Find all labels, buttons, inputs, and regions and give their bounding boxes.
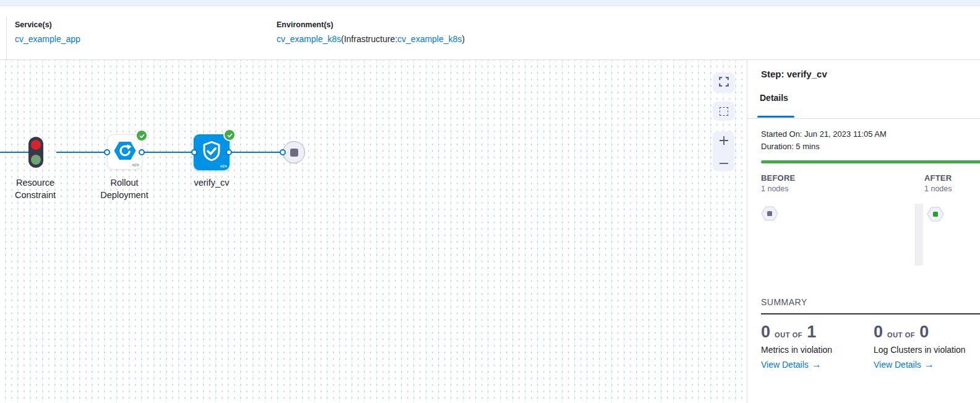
port <box>191 149 197 155</box>
traffic-light-green-icon <box>31 155 41 165</box>
after-label: AFTER <box>924 173 952 183</box>
infrastructure-link[interactable]: cv_example_k8s <box>397 34 462 44</box>
metrics-view-details-link[interactable]: View Details → <box>761 359 822 370</box>
arrow-right-icon: → <box>812 359 822 370</box>
resource-constraint-label: Resource Constraint <box>4 176 66 201</box>
before-label: BEFORE <box>761 173 795 183</box>
success-check-icon <box>135 129 148 142</box>
success-check-icon <box>223 129 236 141</box>
tab-details[interactable]: Details <box>760 93 788 103</box>
port <box>139 149 145 155</box>
edge-rollout-to-verify <box>142 152 194 153</box>
k8s-rollout-icon <box>113 141 137 163</box>
rollout-deployment-label: Rollout Deployment <box>93 176 155 201</box>
zoom-controls <box>713 131 734 171</box>
logs-view-details-link[interactable]: View Details → <box>874 359 934 370</box>
fullscreen-button[interactable] <box>713 72 734 93</box>
out-of-label: OUT OF <box>887 331 915 339</box>
metrics-caption: Metrics in violation <box>761 345 872 355</box>
metrics-total-value: 1 <box>807 323 816 342</box>
services-label: Service(s) <box>15 20 80 29</box>
top-strip <box>0 0 980 6</box>
port <box>104 149 110 155</box>
pipeline-canvas[interactable]: Resource Constraint </> Rollout Deployme… <box>0 60 747 403</box>
code-icon: </> <box>132 162 139 168</box>
header-left-divider <box>6 17 7 60</box>
node-list-scrollbar[interactable] <box>915 204 923 266</box>
service-link[interactable]: cv_example_app <box>15 34 80 44</box>
metrics-numbers: 0 OUT OF 1 <box>761 323 872 342</box>
log-clusters-violation-stat: 0 OUT OF 0 Log Clusters in violation Vie… <box>874 323 980 370</box>
step-details-panel: Step: verify_cv Details Started On: Jun … <box>747 60 980 403</box>
logs-caption: Log Clusters in violation <box>874 345 980 355</box>
after-node-count: 1 nodes <box>924 184 952 193</box>
verification-progress-bar <box>761 160 980 163</box>
verify-cv-label: verify_cv <box>168 176 255 189</box>
edge-constraint-to-rollout <box>56 152 107 153</box>
summary-underline <box>761 313 980 314</box>
after-node-hexagon[interactable] <box>927 207 944 224</box>
verify-cv-node[interactable]: </> <box>194 134 230 170</box>
fullscreen-icon <box>719 77 729 89</box>
zoom-out-icon[interactable] <box>718 157 729 168</box>
logs-total-value: 0 <box>919 323 929 342</box>
stop-icon <box>290 149 298 157</box>
infrastructure-suffix: ) <box>462 34 465 44</box>
services-section: Service(s) cv_example_app <box>15 20 80 45</box>
out-of-label: OUT OF <box>775 331 802 339</box>
edge-verify-to-end <box>230 152 283 153</box>
metrics-violation-stat: 0 OUT OF 1 Metrics in violation View Det… <box>761 323 872 370</box>
before-node-count: 1 nodes <box>761 184 788 193</box>
summary-heading: SUMMARY <box>761 297 807 307</box>
environment-link[interactable]: cv_example_k8s <box>277 34 341 44</box>
port <box>226 149 232 155</box>
tab-active-underline <box>757 116 794 118</box>
edge-incoming <box>0 152 29 153</box>
view-details-label: View Details <box>761 360 809 370</box>
shield-check-icon <box>200 139 223 165</box>
environments-label: Environment(s) <box>277 20 465 29</box>
port <box>280 149 286 155</box>
resource-constraint-node[interactable] <box>28 137 43 168</box>
marquee-select-icon <box>720 107 728 116</box>
code-icon: </> <box>220 163 227 169</box>
app-root: Service(s) cv_example_app Environment(s)… <box>0 0 980 403</box>
pipeline-end-node[interactable] <box>283 141 305 163</box>
before-node-hexagon[interactable] <box>761 206 778 223</box>
metrics-violation-value: 0 <box>761 323 770 342</box>
environments-section: Environment(s) cv_example_k8s(Infrastruc… <box>277 20 465 45</box>
duration-text: Duration: 5 mins <box>761 142 820 151</box>
started-on-text: Started On: Jun 21, 2023 11:05 AM <box>761 129 887 139</box>
logs-violation-value: 0 <box>874 323 883 342</box>
rollout-deployment-node[interactable]: </> <box>107 134 142 170</box>
marquee-select-button[interactable] <box>713 102 734 121</box>
traffic-light-red-icon <box>31 140 41 150</box>
arrow-right-icon: → <box>924 359 934 370</box>
infrastructure-prefix: (Infrastructure: <box>341 34 397 44</box>
logs-numbers: 0 OUT OF 0 <box>874 323 980 342</box>
execution-context-bar: Service(s) cv_example_app Environment(s)… <box>0 6 980 60</box>
zoom-in-icon[interactable] <box>718 135 729 149</box>
view-details-label: View Details <box>874 360 921 370</box>
panel-title: Step: verify_cv <box>761 69 827 79</box>
environment-line: cv_example_k8s(Infrastructure:cv_example… <box>277 33 465 45</box>
tab-row-border <box>747 118 980 119</box>
